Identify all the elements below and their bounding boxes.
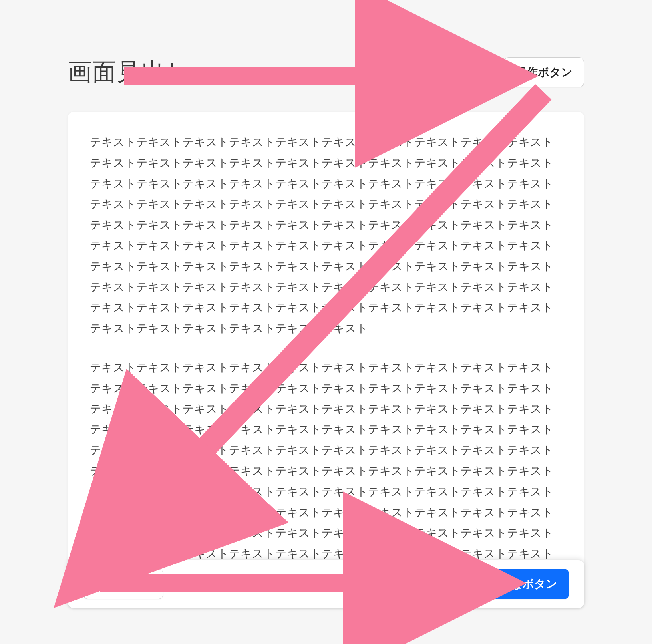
content-card: テキストテキストテキストテキストテキストテキストテキストテキストテキストテキスト…	[68, 112, 584, 608]
page-header: 画面見出し 操作ボタン	[68, 56, 584, 88]
footer-primary-button[interactable]: 主要なボタン	[477, 569, 569, 599]
header-action-button[interactable]: 操作ボタン	[504, 57, 584, 87]
body-paragraph-1: テキストテキストテキストテキストテキストテキストテキストテキストテキストテキスト…	[90, 132, 562, 339]
page-title: 画面見出し	[68, 56, 190, 88]
footer-secondary-button[interactable]: 操作ボタン	[83, 569, 163, 599]
footer-action-bar: 操作ボタン 主要なボタン	[68, 560, 584, 608]
body-paragraph-2: テキストテキストテキストテキストテキストテキストテキストテキストテキストテキスト…	[90, 357, 562, 585]
